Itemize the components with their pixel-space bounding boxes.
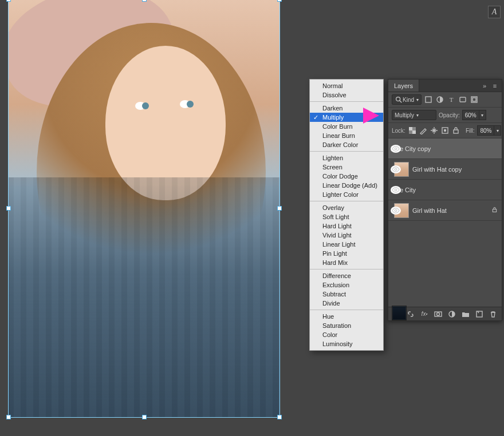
blend-mode-option[interactable]: Color (310, 330, 383, 339)
chevron-down-icon: ▾ (416, 97, 419, 102)
blend-mode-option[interactable]: Vivid Light (310, 231, 383, 240)
blend-mode-option[interactable]: Exclusion (310, 280, 383, 290)
lock-position-icon[interactable] (430, 126, 438, 135)
layer-row[interactable]: Girl with Hat copy (388, 159, 502, 180)
filter-smart-icon[interactable] (470, 95, 479, 104)
layer-name[interactable]: Blue City copy (391, 145, 491, 152)
canvas-image (8, 0, 280, 418)
filter-pixel-icon[interactable] (424, 95, 433, 104)
layer-row[interactable]: Blue City (388, 180, 502, 200)
blend-mode-option[interactable]: Linear Dodge (Add) (310, 181, 383, 190)
adjustment-layer-icon[interactable] (448, 310, 456, 318)
blend-mode-option[interactable]: Soft Light (310, 212, 383, 221)
tab-layers[interactable]: Layers (388, 80, 419, 92)
blend-mode-option[interactable]: Hard Mix (310, 258, 383, 267)
blend-opacity-row: Multiply ▾ Opacity: 60% ▾ (388, 108, 502, 123)
blend-mode-option[interactable]: Hard Light (310, 221, 383, 231)
svg-point-20 (437, 312, 440, 315)
blend-mode-value: Multiply (395, 112, 414, 118)
svg-rect-4 (460, 97, 466, 102)
panel-collapse-icon[interactable]: » (480, 81, 489, 90)
layer-name[interactable]: Girl with Hat copy (412, 166, 491, 173)
filter-adjustment-icon[interactable] (435, 95, 444, 104)
blend-mode-option[interactable]: Linear Light (310, 240, 383, 249)
layer-lock-icon (491, 207, 498, 214)
svg-rect-2 (426, 97, 431, 102)
fill-label: Fill: (466, 128, 475, 134)
lock-all-icon[interactable] (452, 126, 460, 135)
svg-rect-8 (412, 130, 416, 134)
blend-mode-option[interactable]: Linear Burn (310, 131, 383, 140)
blend-mode-option[interactable]: Luminosity (310, 339, 383, 348)
fill-input[interactable]: 80% ▾ (477, 125, 501, 136)
link-layers-icon[interactable] (407, 310, 415, 318)
lock-label: Lock: (392, 128, 405, 134)
blend-mode-dropdown[interactable]: Multiply ▾ (392, 110, 436, 120)
layers-panel: Layers » ≡ Kind ▾ T Multiply ▾ Opacity: … (388, 79, 502, 321)
blend-mode-option[interactable]: Difference (310, 271, 383, 280)
character-panel-icon[interactable]: A (488, 6, 501, 18)
opacity-label: Opacity: (439, 112, 460, 118)
svg-rect-9 (412, 127, 416, 130)
search-icon (395, 96, 403, 104)
layer-mask-icon[interactable] (434, 310, 442, 318)
annotation-arrow (363, 108, 379, 124)
blend-mode-option[interactable]: Divide (310, 299, 383, 308)
layer-visibility-toggle[interactable] (391, 165, 401, 173)
chevron-down-icon[interactable]: ▾ (494, 125, 501, 136)
lock-artboard-icon[interactable] (441, 126, 449, 135)
layer-thumbnail[interactable] (392, 306, 407, 320)
blend-mode-option[interactable]: Screen (310, 162, 383, 172)
svg-rect-6 (472, 98, 476, 101)
blend-mode-option[interactable]: Lighter Color (310, 190, 383, 199)
panel-menu-icon[interactable]: ≡ (490, 81, 499, 90)
canvas[interactable] (8, 0, 280, 418)
chevron-down-icon: ▾ (416, 113, 419, 118)
new-layer-icon[interactable] (475, 310, 483, 318)
blend-mode-option[interactable]: Hue (310, 312, 383, 321)
svg-rect-12 (444, 129, 446, 132)
blend-mode-option[interactable]: Dissolve (310, 90, 383, 100)
blend-mode-option[interactable]: Darker Color (310, 140, 383, 149)
blend-mode-option[interactable]: Overlay (310, 203, 383, 212)
svg-rect-13 (454, 130, 458, 133)
svg-point-14 (395, 148, 397, 150)
delete-layer-icon[interactable] (489, 310, 497, 318)
svg-rect-18 (493, 209, 496, 212)
layer-filter-row: Kind ▾ T (388, 92, 502, 108)
lock-transparency-icon[interactable] (408, 126, 416, 135)
filter-type-icon[interactable]: T (447, 95, 456, 104)
blend-mode-option[interactable]: Normal (310, 81, 383, 90)
svg-point-15 (395, 168, 397, 171)
svg-point-0 (396, 97, 400, 101)
blend-mode-option[interactable]: Pin Light (310, 249, 383, 258)
blend-mode-option[interactable]: Color Dodge (310, 172, 383, 181)
opacity-value: 60% (462, 110, 479, 120)
layer-visibility-toggle[interactable] (391, 186, 401, 194)
panel-tab-bar: Layers » ≡ (388, 80, 502, 92)
layer-name[interactable]: Blue City (391, 187, 491, 193)
lock-fill-row: Lock: Fill: 80% ▾ (388, 123, 502, 138)
layer-visibility-toggle[interactable] (391, 207, 401, 215)
blend-mode-option[interactable]: Saturation (310, 321, 383, 330)
svg-rect-7 (409, 127, 412, 130)
new-group-icon[interactable] (462, 310, 470, 318)
filter-kind-dropdown[interactable]: Kind ▾ (392, 94, 422, 105)
layer-visibility-toggle[interactable] (391, 145, 401, 153)
filter-kind-label: Kind (403, 97, 414, 103)
svg-line-1 (400, 101, 401, 102)
layer-name[interactable]: Girl with Hat (412, 207, 491, 214)
layer-row[interactable]: Blue City copy (388, 138, 502, 159)
layer-fx-icon[interactable]: fx▾ (420, 310, 428, 318)
svg-rect-22 (477, 311, 482, 317)
layer-list: Blue City copyGirl with Hat copyBlue Cit… (388, 138, 502, 221)
layer-row[interactable]: Girl with Hat (388, 200, 502, 221)
blend-mode-option[interactable]: Subtract (310, 290, 383, 299)
svg-rect-10 (409, 130, 412, 134)
chevron-down-icon[interactable]: ▾ (479, 110, 486, 120)
lock-pixels-icon[interactable] (419, 126, 427, 135)
opacity-input[interactable]: 60% ▾ (462, 110, 486, 120)
filter-shape-icon[interactable] (458, 95, 467, 104)
blend-mode-option[interactable]: Lighten (310, 153, 383, 162)
fill-value: 80% (477, 125, 494, 136)
